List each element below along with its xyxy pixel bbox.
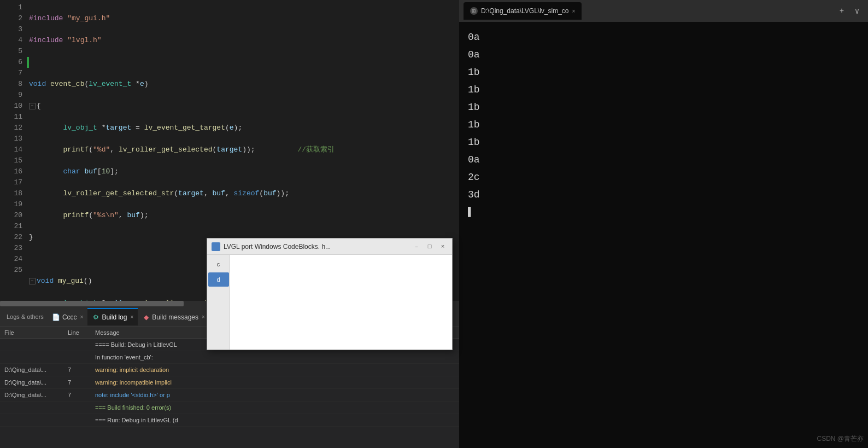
term-line-4: 1b: [468, 81, 859, 98]
fw-app-icon: [212, 242, 220, 251]
row-line: [66, 339, 93, 351]
row-file: [0, 351, 66, 363]
table-row[interactable]: In function 'event_cb':: [0, 351, 459, 364]
floating-window: LVGL port Windows CodeBlocks. h... – □ ×…: [207, 238, 453, 350]
terminal-actions: + ∨: [835, 4, 864, 18]
row-line: 7: [66, 376, 93, 388]
row-file: D:\Qing_data\...: [0, 364, 66, 376]
terminal-add-btn[interactable]: +: [835, 4, 848, 18]
terminal-tab-active[interactable]: ⊞ D:\Qing_data\LVGL\lv_sim_co ×: [464, 2, 582, 20]
terminal-chevron-btn[interactable]: ∨: [851, 4, 864, 18]
file-icon: 📄: [52, 313, 60, 321]
table-row[interactable]: D:\Qing_data\... 7 warning: incompatible…: [0, 376, 459, 389]
row-file: [0, 402, 66, 414]
floating-titlebar[interactable]: LVGL port Windows CodeBlocks. h... – □ ×: [207, 238, 452, 255]
term-line-7: 1b: [468, 133, 859, 151]
csdn-watermark: CSDN @青芒亦: [817, 434, 864, 444]
table-row[interactable]: D:\Qing_data\... 7 warning: implicit dec…: [0, 364, 459, 376]
row-file: [0, 339, 66, 351]
row-file: D:\Qing_data\...: [0, 376, 66, 388]
row-message: warning: incompatible implici: [93, 376, 459, 388]
tab-build-messages[interactable]: ◆ Build messages ×: [138, 308, 209, 325]
table-body: ==== Build: Debug in LittlevGL In functi…: [0, 339, 459, 427]
terminal-output: 0a 0a 1b 1b 1b 1b 1b 0a 2c 3d ▌: [459, 22, 868, 448]
term-line-5: 1b: [468, 98, 859, 116]
row-message: note: include '<stdio.h>' or p: [93, 389, 459, 401]
header-file: File: [0, 328, 66, 337]
fw-close-btn[interactable]: ×: [438, 242, 448, 252]
tab-cccc-label: Cccc: [62, 313, 77, 321]
fw-sidebar-item-c[interactable]: c: [208, 257, 229, 271]
fw-main-area: [230, 255, 452, 350]
terminal-icon: ⊞: [470, 7, 478, 15]
fw-maximize-btn[interactable]: □: [425, 242, 435, 252]
csdn-text: CSDN @青芒亦: [817, 435, 864, 443]
table-row[interactable]: === Run: Debug in LittlevGL (d: [0, 414, 459, 427]
fw-sidebar-item-d[interactable]: d: [208, 272, 229, 287]
term-line-6: 1b: [468, 116, 859, 133]
terminal-tab-title: D:\Qing_data\LVGL\lv_sim_co: [481, 7, 569, 15]
terminal-panel: ⊞ D:\Qing_data\LVGL\lv_sim_co × + ∨ 0a 0…: [459, 0, 868, 448]
scrollbar-thumb[interactable]: [0, 301, 184, 306]
fw-minimize-btn[interactable]: –: [412, 242, 421, 252]
term-line-10: 3d: [468, 186, 859, 203]
tab-build-messages-label: Build messages: [152, 313, 198, 321]
row-message: In function 'event_cb':: [93, 351, 459, 363]
fw-sidebar: c d: [207, 255, 230, 350]
tab-build-messages-close[interactable]: ×: [202, 314, 205, 320]
terminal-close-btn[interactable]: ×: [572, 8, 576, 14]
header-line: Line: [66, 328, 93, 337]
term-line-9: 2c: [468, 168, 859, 186]
term-cursor-line: ▌: [468, 203, 859, 221]
tab-cccc-close[interactable]: ×: [80, 314, 84, 320]
term-line-1: 0a: [468, 28, 859, 46]
row-file: D:\Qing_data\...: [0, 389, 66, 401]
row-line: 7: [66, 389, 93, 401]
tab-build-log-close[interactable]: ×: [130, 314, 133, 320]
row-line: 7: [66, 364, 93, 376]
row-message: === Run: Debug in LittlevGL (d: [93, 414, 459, 426]
diamond-icon: ◆: [142, 313, 150, 321]
row-line: [66, 402, 93, 414]
floating-content: c d: [207, 255, 452, 350]
terminal-tab-bar: ⊞ D:\Qing_data\LVGL\lv_sim_co × + ∨: [459, 0, 868, 22]
table-row[interactable]: === Build finished: 0 error(s): [0, 402, 459, 414]
row-message: === Build finished: 0 error(s): [93, 402, 459, 414]
table-row[interactable]: D:\Qing_data\... 7 note: include '<stdio…: [0, 389, 459, 402]
term-line-3: 1b: [468, 63, 859, 81]
tab-group-label: Logs & others: [2, 313, 48, 320]
term-line-8: 0a: [468, 151, 859, 168]
row-message: warning: implicit declaration: [93, 364, 459, 376]
line-numbers: 12345 678910 1112131415 1617181920 21222…: [2, 0, 27, 306]
gear-icon: ⚙: [92, 313, 99, 321]
tab-build-log-label: Build log: [102, 313, 127, 321]
term-line-2: 0a: [468, 46, 859, 63]
row-line: [66, 351, 93, 363]
row-line: [66, 414, 93, 426]
tab-cccc[interactable]: 📄 Cccc ×: [48, 308, 88, 325]
row-file: [0, 414, 66, 426]
tab-build-log[interactable]: ⚙ Build log ×: [87, 308, 138, 325]
fw-title-text: LVGL port Windows CodeBlocks. h...: [224, 243, 408, 251]
